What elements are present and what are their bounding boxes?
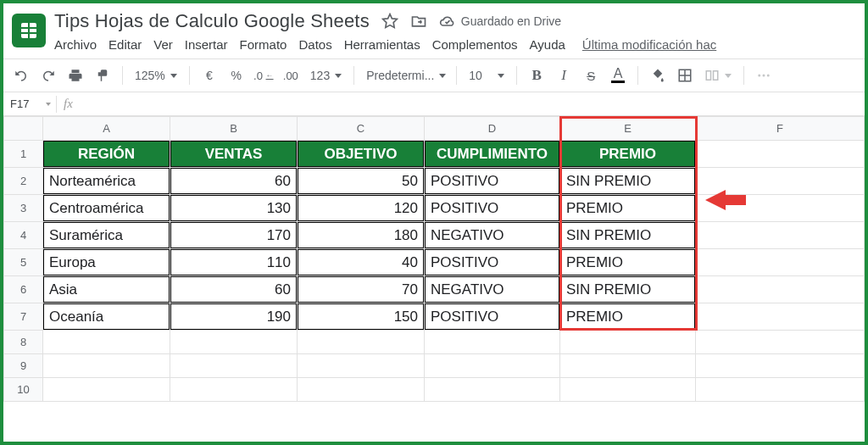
menu-data[interactable]: Datos (298, 37, 331, 52)
name-box[interactable]: F17 (3, 97, 54, 110)
cell[interactable]: SIN PREMIO (560, 168, 696, 195)
row-header[interactable]: 10 (4, 378, 43, 402)
cell[interactable] (298, 331, 425, 354)
col-header-C[interactable]: C (298, 117, 425, 141)
cell[interactable] (696, 141, 865, 168)
currency-button[interactable]: € (198, 64, 220, 86)
decrease-decimal-button[interactable]: .0 ← (253, 64, 275, 86)
cell[interactable]: POSITIVO (425, 249, 560, 276)
cell[interactable] (696, 222, 865, 249)
cell[interactable] (425, 331, 560, 354)
number-format-select[interactable]: 123 (307, 69, 345, 82)
cell[interactable] (696, 249, 865, 276)
cell[interactable]: SIN PREMIO (560, 222, 696, 249)
col-header-B[interactable]: B (170, 117, 298, 141)
cell[interactable]: PREMIO (560, 303, 696, 331)
text-color-button[interactable]: A (607, 64, 629, 86)
cell[interactable] (560, 331, 696, 354)
cell[interactable]: Centroamérica (43, 195, 170, 222)
menu-addons[interactable]: Complementos (432, 37, 518, 52)
cell[interactable]: 120 (298, 195, 425, 222)
cell[interactable]: 40 (298, 249, 425, 276)
cell[interactable]: Europa (43, 249, 170, 276)
cell[interactable]: 70 (298, 276, 425, 303)
font-size-select[interactable]: 10 (465, 69, 508, 82)
col-header-F[interactable]: F (696, 117, 865, 141)
cell[interactable] (170, 354, 298, 378)
cell[interactable] (560, 378, 696, 402)
cell[interactable]: POSITIVO (425, 303, 560, 331)
cell[interactable]: 150 (298, 303, 425, 331)
cell[interactable] (696, 303, 865, 331)
menu-tools[interactable]: Herramientas (344, 37, 420, 52)
cell[interactable]: NEGATIVO (425, 222, 560, 249)
cell[interactable]: NEGATIVO (425, 276, 560, 303)
paint-format-button[interactable] (92, 64, 114, 86)
cell[interactable]: 170 (170, 222, 298, 249)
row-header[interactable]: 8 (4, 331, 43, 354)
menu-format[interactable]: Formato (240, 37, 287, 52)
cell[interactable]: PREMIO (560, 195, 696, 222)
cell[interactable] (298, 378, 425, 402)
cell[interactable]: POSITIVO (425, 195, 560, 222)
row-header[interactable]: 4 (4, 222, 43, 249)
star-icon[interactable] (381, 13, 398, 30)
cell[interactable]: 50 (298, 168, 425, 195)
select-all-corner[interactable] (4, 117, 43, 141)
cell[interactable]: 130 (170, 195, 298, 222)
col-header-A[interactable]: A (43, 117, 170, 141)
cell[interactable]: OBJETIVO (298, 141, 425, 168)
sheets-logo[interactable] (12, 14, 46, 47)
cell[interactable]: REGIÓN (43, 141, 170, 168)
move-icon[interactable] (410, 13, 427, 30)
last-modified-link[interactable]: Última modificación hac (582, 37, 716, 52)
row-header[interactable]: 5 (4, 249, 43, 276)
cell[interactable]: 190 (170, 303, 298, 331)
row-header[interactable]: 6 (4, 276, 43, 303)
fill-color-button[interactable] (647, 64, 669, 86)
menu-help[interactable]: Ayuda (530, 37, 565, 52)
cell[interactable]: Suramérica (43, 222, 170, 249)
row-header[interactable]: 3 (4, 195, 43, 222)
formula-bar[interactable] (78, 92, 865, 115)
row-header[interactable]: 9 (4, 354, 43, 378)
cell[interactable] (696, 331, 865, 354)
cell[interactable] (298, 354, 425, 378)
cell[interactable] (696, 354, 865, 378)
redo-button[interactable] (37, 64, 59, 86)
percent-button[interactable]: % (225, 64, 248, 86)
cell[interactable]: PREMIO (560, 249, 696, 276)
spreadsheet-grid[interactable]: A B C D E F 1 REGIÓN VENTAS OBJETIVO CUM… (3, 116, 865, 402)
cell[interactable] (170, 331, 298, 354)
cell[interactable] (43, 378, 170, 402)
menu-edit[interactable]: Editar (108, 37, 142, 52)
strikethrough-button[interactable]: S (580, 64, 602, 86)
cell[interactable]: VENTAS (170, 141, 298, 168)
cell[interactable] (696, 378, 865, 402)
cell[interactable]: CUMPLIMIENTO (425, 141, 560, 168)
cell[interactable]: Asia (43, 276, 170, 303)
cell[interactable]: 60 (170, 276, 298, 303)
borders-button[interactable] (674, 64, 696, 86)
cell[interactable]: PREMIO (560, 141, 696, 168)
menu-insert[interactable]: Insertar (185, 37, 228, 52)
cell[interactable] (560, 354, 696, 378)
doc-title[interactable]: Tips Hojas de Calculo Google Sheets (54, 10, 370, 32)
cell[interactable]: 180 (298, 222, 425, 249)
font-select[interactable]: Predetermi... (363, 69, 448, 82)
cell[interactable] (170, 378, 298, 402)
cell[interactable]: SIN PREMIO (560, 276, 696, 303)
print-button[interactable] (64, 64, 86, 86)
cell[interactable]: 60 (170, 168, 298, 195)
undo-button[interactable] (10, 64, 32, 86)
menu-view[interactable]: Ver (153, 37, 173, 52)
more-tools-button[interactable] (753, 64, 775, 86)
italic-button[interactable]: I (553, 64, 575, 86)
zoom-select[interactable]: 125% (131, 69, 181, 82)
cell[interactable] (425, 354, 560, 378)
cell[interactable] (696, 276, 865, 303)
increase-decimal-button[interactable]: .00 (280, 64, 302, 86)
col-header-E[interactable]: E (560, 117, 696, 141)
merge-cells-button[interactable] (701, 68, 735, 83)
cell[interactable]: 110 (170, 249, 298, 276)
